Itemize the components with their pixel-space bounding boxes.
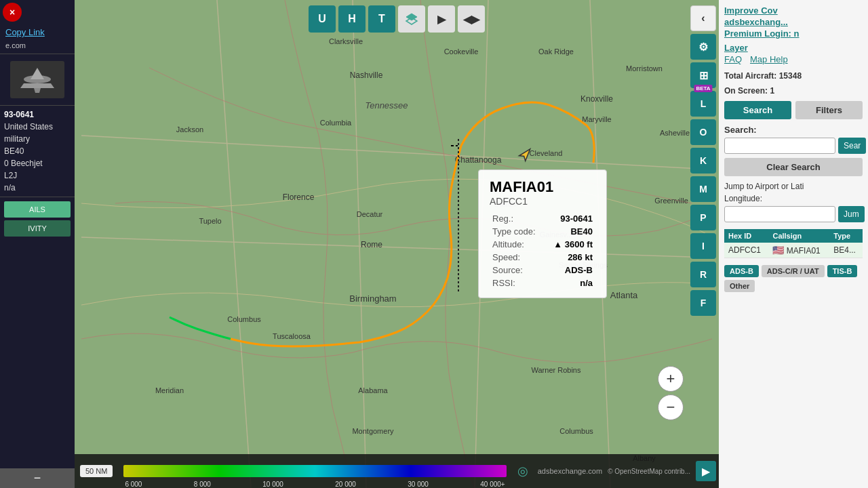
- aircraft-name: 0 Beechjet: [0, 157, 75, 169]
- faq-link[interactable]: FAQ: [724, 54, 742, 64]
- btn-t[interactable]: T: [368, 5, 395, 33]
- copyright: © OpenStreetMap contrib...: [608, 468, 690, 475]
- badge-ads-b[interactable]: ADS-B: [724, 265, 759, 277]
- reg-label: Reg.:: [490, 212, 545, 225]
- jump-input[interactable]: [724, 206, 835, 222]
- speed-label: Speed:: [490, 251, 545, 264]
- source-value: ADS-B: [545, 264, 595, 277]
- svg-text:Tennessee: Tennessee: [365, 100, 408, 110]
- svg-text:Birmingham: Birmingham: [349, 293, 396, 304]
- adsb-logo-icon: ◎: [517, 464, 528, 479]
- aircraft-marker[interactable]: [515, 146, 534, 167]
- category: military: [0, 133, 75, 145]
- popup-callsign: MAFIA01: [490, 178, 595, 196]
- gear-btn[interactable]: ⚙: [690, 34, 716, 60]
- destination: n/a: [0, 182, 75, 194]
- btn-layers[interactable]: [398, 5, 425, 33]
- svg-text:Warner Robins: Warner Robins: [532, 366, 581, 374]
- svg-marker-43: [519, 146, 534, 161]
- type-value: BE40: [545, 225, 595, 238]
- alt-40000: 40 000+: [480, 481, 505, 488]
- btn-M[interactable]: M: [690, 176, 716, 202]
- table-row[interactable]: ADFCC1 🇺🇸 MAFIA01 BE4...: [724, 243, 863, 258]
- btn-I[interactable]: I: [690, 233, 716, 259]
- alt-10000: 10 000: [262, 481, 283, 488]
- on-screen-label: On Screen:: [724, 86, 768, 96]
- aircraft-silhouette: [17, 64, 58, 95]
- source-label: Source:: [490, 264, 545, 277]
- map-area[interactable]: Clarksville Nashville Jackson Columbia C…: [75, 0, 719, 488]
- col-type: Type: [829, 229, 863, 243]
- svg-text:Tupelo: Tupelo: [199, 217, 221, 225]
- country: United States: [0, 121, 75, 133]
- btn-K[interactable]: K: [690, 148, 716, 174]
- map-help-link[interactable]: Map Help: [750, 54, 788, 64]
- layer-link[interactable]: Layer: [724, 43, 863, 53]
- activity-btn[interactable]: IVITY: [4, 220, 71, 237]
- btn-P[interactable]: P: [690, 205, 716, 230]
- search-action-btn[interactable]: Sear: [838, 138, 866, 154]
- scroll-down-btn[interactable]: −: [0, 468, 75, 488]
- btn-O[interactable]: O: [690, 119, 716, 145]
- aircraft-popup: MAFIA01 ADFCC1 Reg.: 93-0641 Type code: …: [478, 169, 607, 298]
- jump-btn[interactable]: Jum: [838, 206, 865, 222]
- premium-login-link[interactable]: Premium Login: n: [724, 28, 863, 39]
- type-label: Type code:: [490, 225, 545, 238]
- btn-u[interactable]: U: [309, 5, 336, 33]
- popup-details-table: Reg.: 93-0641 Type code: BE40 Altitude: …: [490, 212, 595, 289]
- btn-L[interactable]: L: [690, 91, 716, 117]
- btn-arrows[interactable]: ◀▶: [458, 5, 485, 33]
- copy-link[interactable]: Copy Link: [0, 24, 75, 40]
- alt-label: Altitude:: [490, 238, 545, 251]
- svg-text:Alabama: Alabama: [358, 386, 388, 394]
- clear-search-btn[interactable]: Clear Search: [724, 158, 863, 176]
- search-input[interactable]: [724, 138, 835, 154]
- badge-tis-b[interactable]: TIS-B: [827, 265, 858, 277]
- bottom-bar: 50 NM 6 000 8 000 10 000 20 000 30 000 4…: [75, 454, 719, 488]
- speed-value: 286 kt: [545, 251, 595, 264]
- adsbexchange-link[interactable]: adsbexchang...: [724, 17, 863, 27]
- svg-text:Columbus: Columbus: [227, 315, 261, 323]
- svg-marker-2: [20, 83, 54, 88]
- filters-btn[interactable]: Filters: [795, 101, 863, 119]
- on-screen-value: 1: [770, 86, 774, 96]
- reg-value: 93-0641: [545, 212, 595, 225]
- rssi-value: n/a: [545, 277, 595, 289]
- badge-other[interactable]: Other: [724, 280, 755, 292]
- svg-text:Meridian: Meridian: [155, 386, 184, 394]
- svg-text:Maryville: Maryville: [582, 115, 611, 123]
- back-btn[interactable]: ‹: [690, 5, 716, 31]
- registration: 93-0641: [0, 108, 75, 121]
- nav-arrow-bottom[interactable]: ▶: [696, 461, 716, 481]
- svg-text:Clarksville: Clarksville: [329, 37, 363, 45]
- svg-text:Decatur: Decatur: [357, 210, 383, 218]
- svg-text:Knoxville: Knoxville: [580, 94, 613, 104]
- zoom-in-btn[interactable]: +: [658, 366, 684, 392]
- map-canvas: Clarksville Nashville Jackson Columbia C…: [75, 0, 719, 488]
- plus-square-btn[interactable]: ⊞ BETA: [690, 62, 716, 88]
- section-links: FAQ Map Help: [724, 54, 863, 64]
- rssi-label: RSSI:: [490, 277, 545, 289]
- svg-text:Columbia: Columbia: [320, 119, 352, 127]
- svg-marker-3: [34, 88, 41, 93]
- svg-marker-44: [406, 14, 417, 20]
- search-main-btn[interactable]: Search: [724, 101, 791, 119]
- svg-text:Tuscaloosa: Tuscaloosa: [273, 332, 311, 340]
- badge-ads-cr[interactable]: ADS-C/R / UAT: [762, 265, 825, 277]
- jump-row: Jum: [724, 206, 863, 222]
- col-hex-id: Hex ID: [724, 229, 768, 243]
- btn-next[interactable]: ▶: [428, 5, 455, 33]
- btn-F[interactable]: F: [690, 290, 716, 316]
- on-screen-stat: On Screen: 1: [724, 86, 863, 96]
- close-button[interactable]: ×: [3, 3, 22, 22]
- type-code: BE40: [0, 145, 75, 157]
- details-btn[interactable]: AILS: [4, 201, 71, 218]
- improve-coverage-link[interactable]: Improve Cov: [724, 5, 863, 16]
- zoom-out-btn[interactable]: −: [658, 394, 684, 420]
- btn-R[interactable]: R: [690, 262, 716, 287]
- altitude-gradient: 6 000 8 000 10 000 20 000 30 000 40 000+: [123, 465, 506, 477]
- search-label: Search:: [724, 125, 863, 135]
- right-toolbar: ‹ ⚙ ⊞ BETA L O K M P I R F: [688, 0, 719, 488]
- btn-h[interactable]: H: [338, 5, 366, 33]
- svg-text:Columbus: Columbus: [559, 427, 593, 435]
